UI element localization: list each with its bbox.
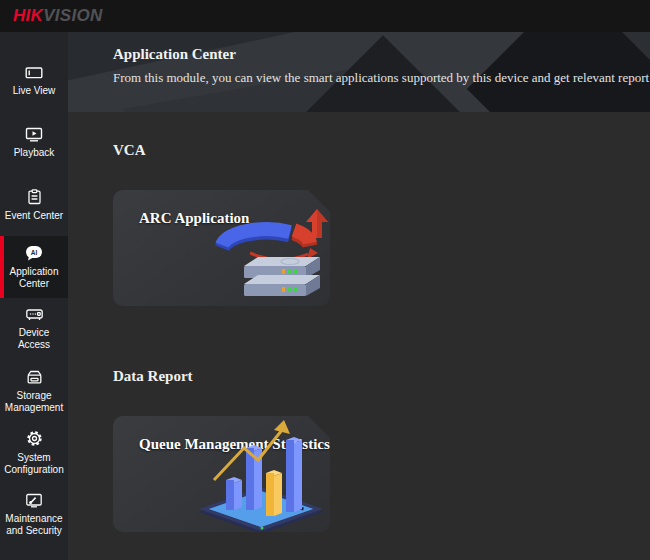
live-view-icon <box>25 65 43 80</box>
sidebar-item-label: Application Center <box>2 266 66 290</box>
sidebar-nav: Live View Playback Event Center <box>0 32 68 560</box>
ai-glyph: AI <box>31 248 38 255</box>
section-vca: VCA ARC Application <box>113 142 650 306</box>
app-window: HIKVISION Live View Playback <box>0 0 650 560</box>
sidebar-item-label: Event Center <box>5 210 63 222</box>
section-data-report: Data Report Queue Management Statistics <box>113 368 650 532</box>
page-header-banner: Application Center From this module, you… <box>68 32 650 112</box>
bar-chart-tablet-illustration <box>196 418 326 536</box>
logo-vision-text: VISION <box>43 6 102 25</box>
sidebar-item-label: System Configuration <box>2 452 66 476</box>
playback-icon <box>25 127 43 142</box>
top-bar: HIKVISION <box>0 0 650 32</box>
event-center-icon <box>27 189 42 205</box>
applications-area: VCA ARC Application <box>68 112 650 532</box>
main-content: Application Center From this module, you… <box>68 32 650 560</box>
arc-servers-illustration <box>206 208 328 304</box>
sidebar-item-label: Maintenance and Security <box>2 513 66 537</box>
sidebar-item-maintenance-security[interactable]: Maintenance and Security <box>0 484 68 546</box>
page-description: From this module, you can view the smart… <box>113 70 650 86</box>
system-configuration-icon <box>26 430 43 447</box>
sidebar-item-event-center[interactable]: Event Center <box>0 174 68 236</box>
card-arc-application[interactable]: ARC Application <box>113 190 330 306</box>
sidebar-item-application-center[interactable]: AI Application Center <box>0 236 68 298</box>
sidebar-item-label: Live View <box>13 85 56 97</box>
section-title: Data Report <box>113 368 650 386</box>
section-title: VCA <box>113 142 650 160</box>
logo-hik-text: HIK <box>13 6 43 25</box>
card-queue-management-statistics[interactable]: Queue Management Statistics <box>113 416 330 532</box>
page-title: Application Center <box>113 46 236 63</box>
sidebar-item-label: Device Access <box>2 327 66 351</box>
sidebar-item-label: Storage Management <box>2 390 66 414</box>
application-center-icon: AI <box>25 245 43 261</box>
sidebar-item-storage-management[interactable]: Storage Management <box>0 360 68 422</box>
hikvision-logo: HIKVISION <box>13 6 103 26</box>
sidebar-item-live-view[interactable]: Live View <box>0 50 68 112</box>
device-access-icon <box>25 307 44 322</box>
sidebar-item-label: Playback <box>14 147 55 159</box>
sidebar-item-system-configuration[interactable]: System Configuration <box>0 422 68 484</box>
sidebar-item-playback[interactable]: Playback <box>0 112 68 174</box>
sidebar-item-device-access[interactable]: Device Access <box>0 298 68 360</box>
maintenance-security-icon <box>25 493 43 508</box>
storage-management-icon <box>26 369 43 385</box>
